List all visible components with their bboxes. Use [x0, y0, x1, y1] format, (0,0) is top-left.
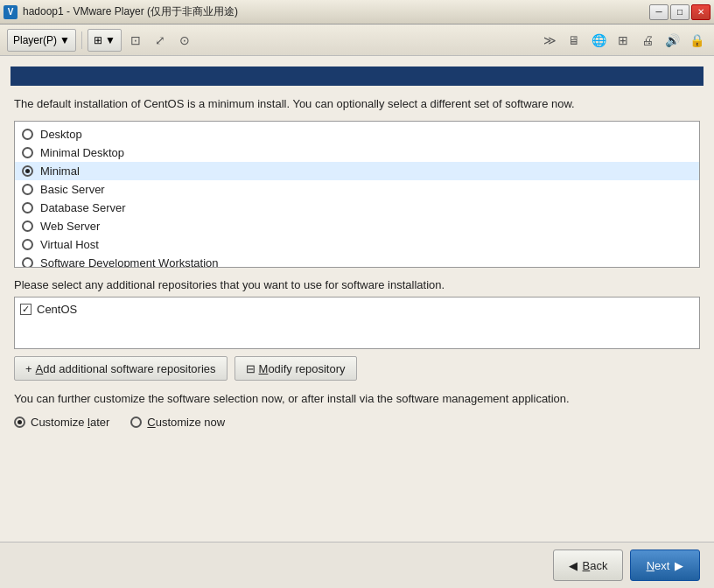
back-arrow-icon: ◀ — [569, 559, 578, 572]
toolbar-right-icon-1[interactable]: ≫ — [539, 30, 560, 51]
customize-now-option[interactable]: Customize now — [130, 416, 225, 429]
label-minimal-desktop: Minimal Desktop — [40, 146, 124, 159]
toolbar-right-icon-7[interactable]: 🔒 — [686, 30, 707, 51]
label-basic-server: Basic Server — [40, 183, 105, 196]
list-item[interactable]: Basic Server — [15, 180, 699, 199]
repo-item-centos[interactable]: ✓ CentOS — [20, 301, 694, 318]
customize-radio-group: Customize later Customize now — [14, 416, 700, 429]
description-text: The default installation of CentOS is a … — [14, 96, 700, 112]
modify-repo-button[interactable]: ⊟ Modify repository — [234, 356, 357, 381]
player-label: Player(P) — [13, 34, 57, 46]
modify-repo-icon: ⊟ — [246, 362, 256, 375]
progress-bar — [10, 66, 704, 86]
label-customize-later: Customize later — [31, 416, 109, 429]
radio-virtual-host[interactable] — [22, 239, 33, 250]
list-item[interactable]: Virtual Host — [15, 235, 699, 254]
dropdown-arrow: ▼ — [60, 34, 70, 46]
label-centos: CentOS — [37, 303, 77, 316]
minimize-button[interactable]: ─ — [649, 4, 668, 20]
toolbar-right-icon-2[interactable]: 🖥 — [564, 30, 584, 51]
grid-icon: ⊞ — [94, 34, 102, 46]
next-arrow-icon: ▶ — [675, 559, 683, 572]
radio-database-server[interactable] — [22, 202, 33, 214]
radio-desktop[interactable] — [22, 129, 33, 140]
title-bar: V hadoop1 - VMware Player (仅用于非商业用途) ─ □… — [0, 0, 714, 24]
toolbar-right-icon-6[interactable]: 🔊 — [662, 30, 682, 51]
radio-customize-later[interactable] — [14, 416, 25, 428]
label-customize-now: Customize now — [147, 416, 225, 429]
software-list-container[interactable]: Desktop Minimal Desktop Minimal Basic Se… — [14, 121, 700, 268]
add-repo-icon: + — [25, 362, 32, 375]
customize-later-option[interactable]: Customize later — [14, 416, 109, 429]
list-item[interactable]: Database Server — [15, 199, 699, 217]
list-item[interactable]: Web Server — [15, 217, 699, 235]
window-controls: ─ □ ✕ — [649, 4, 710, 20]
radio-basic-server[interactable] — [22, 184, 33, 195]
list-item-selected[interactable]: Minimal — [15, 162, 699, 180]
toolbar-icon-2[interactable]: ⊡ — [125, 30, 146, 51]
label-web-server: Web Server — [40, 220, 100, 233]
modify-repo-label: Modify repository — [259, 362, 346, 375]
label-desktop: Desktop — [40, 128, 82, 141]
list-item[interactable]: Minimal Desktop — [15, 144, 699, 162]
radio-minimal[interactable] — [22, 165, 33, 177]
toolbar-right-icon-4[interactable]: ⊞ — [612, 30, 634, 51]
maximize-button[interactable]: □ — [670, 4, 690, 20]
customize-text: You can further customize the software s… — [14, 391, 700, 407]
dropdown-arrow-2: ▼ — [105, 34, 116, 46]
list-item[interactable]: Desktop — [15, 125, 699, 144]
title-bar-left: V hadoop1 - VMware Player (仅用于非商业用途) — [4, 4, 238, 19]
action-buttons: + Add additional software repositories ⊟… — [14, 356, 700, 381]
repo-box: ✓ CentOS — [14, 297, 700, 349]
player-menu[interactable]: Player(P) ▼ — [7, 29, 76, 52]
main-content: The default installation of CentOS is a … — [0, 56, 714, 588]
repo-section-label: Please select any additional repositorie… — [14, 278, 700, 291]
content-body: The default installation of CentOS is a … — [0, 86, 714, 542]
radio-web-server[interactable] — [22, 220, 33, 232]
checkbox-centos[interactable]: ✓ — [20, 304, 32, 315]
add-repo-button[interactable]: + Add additional software repositories — [14, 356, 228, 381]
toolbar: Player(P) ▼ ⊞ ▼ ⊡ ⤢ ⊙ ≫ 🖥 🌐 ⊞ 🖨 🔊 🔒 — [0, 24, 714, 56]
software-list: Desktop Minimal Desktop Minimal Basic Se… — [15, 122, 699, 268]
toolbar-icon-4[interactable]: ⊙ — [174, 30, 195, 51]
list-item[interactable]: Software Development Workstation — [15, 254, 699, 268]
radio-customize-now[interactable] — [130, 416, 142, 428]
bottom-nav: ◀ Back Next ▶ — [0, 542, 714, 588]
next-label: Next — [647, 559, 670, 572]
toolbar-icon-1[interactable]: ⊞ ▼ — [88, 29, 122, 52]
label-minimal: Minimal — [40, 164, 80, 178]
label-virtual-host: Virtual Host — [40, 238, 99, 251]
radio-minimal-desktop[interactable] — [22, 147, 33, 158]
toolbar-right-icon-3[interactable]: 🌐 — [588, 30, 609, 51]
toolbar-right-icon-5[interactable]: 🖨 — [637, 30, 658, 51]
back-label: Back — [583, 559, 608, 572]
vmware-icon: V — [4, 5, 18, 19]
toolbar-sep-1 — [81, 32, 82, 49]
next-button[interactable]: Next ▶ — [630, 550, 700, 581]
radio-software-dev[interactable] — [22, 257, 33, 268]
window-title: hadoop1 - VMware Player (仅用于非商业用途) — [23, 4, 238, 19]
toolbar-right: ≫ 🖥 🌐 ⊞ 🖨 🔊 🔒 — [539, 30, 707, 51]
back-button[interactable]: ◀ Back — [553, 550, 623, 581]
close-button[interactable]: ✕ — [691, 4, 710, 20]
toolbar-icon-3[interactable]: ⤢ — [150, 30, 171, 51]
label-software-dev: Software Development Workstation — [40, 256, 219, 268]
label-database-server: Database Server — [40, 201, 126, 214]
add-repo-label: Add additional software repositories — [36, 362, 216, 375]
